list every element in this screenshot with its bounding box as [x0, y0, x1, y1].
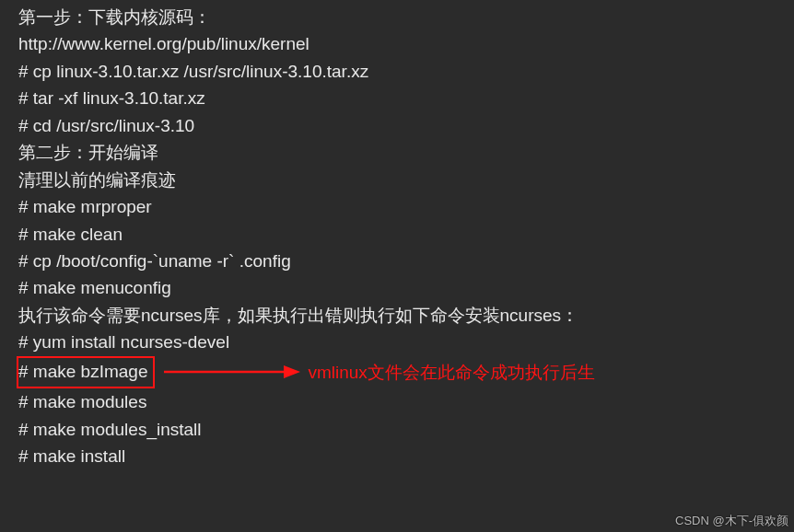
cmd-modules-install: # make modules_install: [18, 416, 794, 443]
arrow-icon: [162, 362, 300, 382]
cmd-menuconfig: # make menuconfig: [18, 274, 794, 301]
highlighted-line: # make bzImage vmlinux文件会在此命令成功执行后生: [18, 356, 794, 388]
cmd-cp-config: # cp /boot/config-`uname -r` .config: [18, 248, 794, 274]
cmd-make-bzimage: # make bzImage: [17, 356, 155, 388]
svg-marker-1: [284, 365, 300, 378]
cmd-mrproper: # make mrproper: [18, 193, 794, 220]
kernel-url: http://www.kernel.org/pub/linux/kernel: [18, 30, 794, 57]
cmd-make-modules: # make modules: [18, 388, 794, 415]
step2-title: 第二步：开始编译: [18, 139, 794, 166]
cmd-cp-tar: # cp linux-3.10.tar.xz /usr/src/linux-3.…: [18, 58, 794, 85]
cmd-clean: # make clean: [18, 221, 794, 248]
ncurses-note: 执行该命令需要ncurses库，如果执行出错则执行如下命令安装ncurses：: [18, 302, 794, 329]
cmd-cd: # cd /usr/src/linux-3.10: [18, 112, 794, 139]
cmd-yum-ncurses: # yum install ncurses-devel: [18, 329, 794, 355]
clean-note: 清理以前的编译痕迹: [18, 167, 794, 193]
cmd-make-install: # make install: [18, 443, 794, 469]
cmd-tar-extract: # tar -xf linux-3.10.tar.xz: [18, 85, 794, 111]
watermark: CSDN @木下-俱欢颜: [675, 512, 788, 530]
step1-title: 第一步：下载内核源码：: [18, 4, 794, 30]
annotation-text: vmlinux文件会在此命令成功执行后生: [308, 359, 594, 386]
